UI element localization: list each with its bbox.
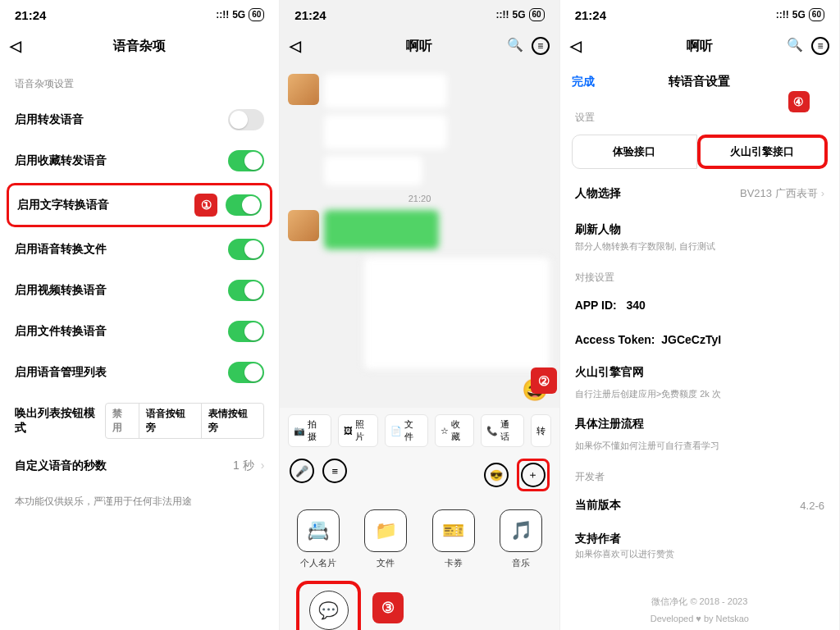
tb-photo[interactable]: 🖼 照片 bbox=[338, 414, 378, 447]
seconds-value: 1 秒 › bbox=[233, 459, 264, 473]
row-seconds[interactable]: 自定义语音的秒数 1 秒 › bbox=[0, 449, 279, 483]
row-voice-to-file[interactable]: 启用语音转换文件 bbox=[0, 229, 279, 270]
row-voice-manage[interactable]: 启用语音管理列表 bbox=[0, 352, 279, 393]
refresh-note: 部分人物转换有字数限制, 自行测试 bbox=[560, 240, 839, 261]
signal-icon: ::!! bbox=[216, 9, 229, 21]
reg-note: 如果你不懂如何注册可自行查看学习 bbox=[560, 440, 839, 460]
row-token[interactable]: Access Token: JGCeCzTyI bbox=[560, 322, 839, 357]
attach-toolbar: 📷 拍摄 🖼 照片 📄 文件 ☆ 收藏 📞 通话 转 bbox=[280, 408, 559, 454]
tb-shoot[interactable]: 📷 拍摄 bbox=[288, 414, 331, 447]
grid-file[interactable]: 📁文件 bbox=[356, 509, 416, 569]
grid-music[interactable]: 🎵音乐 bbox=[491, 509, 551, 569]
search-icon[interactable]: 🔍 bbox=[507, 37, 523, 55]
tts-settings-panel: 21:24 ::!! 5G 60 ◁ 啊听 🔍 ≡ 完成 转语音设置 ④ 设置 … bbox=[560, 0, 840, 630]
grid-namecard[interactable]: 📇个人名片 bbox=[288, 509, 348, 569]
callout-badge-2: ② bbox=[531, 368, 557, 394]
seg-disabled[interactable]: 禁用 bbox=[105, 403, 139, 439]
back-icon[interactable]: ◁ bbox=[10, 37, 21, 55]
row-fav-forward-voice[interactable]: 启用收藏转发语音 bbox=[0, 140, 279, 181]
status-time: 21:24 bbox=[15, 8, 46, 22]
footer: 微信净化 © 2018 - 2023 Developed ♥ by Netska… bbox=[560, 568, 839, 630]
row-character[interactable]: 人物选择 BV213 广西表哥› bbox=[560, 176, 839, 212]
section-label: 语音杂项设置 bbox=[0, 62, 279, 99]
avatar[interactable] bbox=[288, 210, 319, 241]
toggle-fav-forward[interactable] bbox=[228, 150, 264, 171]
row-label: 启用转发语音 bbox=[15, 112, 84, 127]
row-file-to-voice[interactable]: 启用文件转换语音 bbox=[0, 311, 279, 352]
plus-icon[interactable]: ＋ bbox=[521, 463, 546, 487]
nav-bar: ◁ 语音杂项 bbox=[0, 30, 279, 62]
message-in[interactable] bbox=[288, 156, 550, 187]
chat-area[interactable]: 21:20 😄 bbox=[280, 62, 559, 408]
menu-icon[interactable]: ≡ bbox=[532, 37, 550, 55]
toggle-forward-voice[interactable] bbox=[228, 109, 264, 130]
engine-segmented[interactable]: 体验接口 火山引擎接口 bbox=[572, 135, 828, 169]
version-label: 当前版本 bbox=[575, 498, 621, 513]
grid-tts-settings[interactable]: 💬 转语音设置 bbox=[296, 581, 361, 630]
callout-badge-4: ④ bbox=[788, 91, 810, 112]
back-icon[interactable]: ◁ bbox=[570, 37, 582, 55]
battery-icon: 60 bbox=[529, 8, 545, 21]
token-label: Access Token: bbox=[575, 333, 655, 346]
toggle-text-to-voice[interactable] bbox=[226, 194, 262, 216]
toggle-voice-to-file[interactable] bbox=[228, 239, 264, 260]
toggle-voice-manage[interactable] bbox=[228, 362, 264, 383]
avatar[interactable] bbox=[288, 74, 319, 105]
version-value: 4.2-6 bbox=[800, 500, 824, 512]
list-icon[interactable]: ≡ bbox=[322, 459, 347, 483]
status-bar: 21:24 ::!! 5G 60 bbox=[0, 0, 279, 30]
row-refresh[interactable]: 刷新人物 bbox=[560, 212, 839, 240]
message-out[interactable] bbox=[288, 256, 550, 371]
tb-more[interactable]: 转 bbox=[531, 414, 551, 447]
row-label: 人物选择 bbox=[575, 186, 621, 201]
seg-volcano[interactable]: 火山引擎接口 bbox=[697, 135, 828, 169]
toggle-file-to-voice[interactable] bbox=[228, 321, 264, 342]
row-forward-voice[interactable]: 启用转发语音 bbox=[0, 99, 279, 140]
page-title: 语音杂项 bbox=[113, 38, 166, 55]
folder-icon: 📁 bbox=[364, 509, 407, 552]
row-label: 启用视频转换语音 bbox=[15, 283, 107, 298]
coupon-icon: 🎫 bbox=[432, 509, 475, 552]
row-register-flow[interactable]: 具体注册流程 bbox=[560, 409, 839, 440]
status-bar: 21:24 ::!! 5G 60 bbox=[280, 0, 559, 30]
seg-voice-side[interactable]: 语音按钮旁 bbox=[139, 403, 202, 439]
chevron-right-icon: › bbox=[821, 187, 824, 199]
voice-bubble[interactable] bbox=[324, 210, 439, 249]
row-video-to-voice[interactable]: 启用视频转换语音 bbox=[0, 270, 279, 311]
network-label: 5G bbox=[792, 9, 806, 21]
section-label: 开发者 bbox=[560, 460, 839, 487]
row-official-site[interactable]: 火山引擎官网 bbox=[560, 357, 839, 388]
voice-icon[interactable]: 🎤 bbox=[290, 459, 314, 483]
input-icon-row: 🎤 ≡ 😎 ＋ bbox=[280, 454, 559, 496]
menu-icon[interactable]: ≡ bbox=[811, 37, 829, 55]
grid-card[interactable]: 🎫卡券 bbox=[423, 509, 483, 569]
battery-icon: 60 bbox=[249, 8, 264, 21]
seg-trial[interactable]: 体验接口 bbox=[572, 135, 697, 169]
row-button-mode: 唤出列表按钮模式 禁用 语音按钮旁 表情按钮旁 bbox=[0, 393, 279, 449]
seg-emoji-side[interactable]: 表情按钮旁 bbox=[201, 403, 264, 439]
tb-file[interactable]: 📄 文件 bbox=[385, 414, 427, 447]
toggle-video-to-voice[interactable] bbox=[228, 280, 264, 301]
row-label: 启用语音转换文件 bbox=[15, 242, 107, 257]
chevron-right-icon: › bbox=[261, 459, 265, 472]
tb-call[interactable]: 📞 通话 bbox=[481, 414, 523, 447]
done-button[interactable]: 完成 bbox=[572, 75, 595, 89]
message-in[interactable] bbox=[288, 115, 550, 149]
search-icon[interactable]: 🔍 bbox=[787, 37, 803, 55]
message-in[interactable] bbox=[288, 210, 550, 249]
emoji-icon[interactable]: 😎 bbox=[484, 463, 509, 487]
row-support[interactable]: 支持作者 bbox=[560, 523, 839, 548]
mode-segmented[interactable]: 禁用 语音按钮旁 表情按钮旁 bbox=[106, 403, 264, 439]
signal-icon: ::!! bbox=[496, 9, 509, 21]
message-in[interactable] bbox=[288, 74, 550, 108]
row-text-to-voice[interactable]: 启用文字转换语音 ① bbox=[7, 183, 272, 227]
image-bubble[interactable] bbox=[363, 256, 551, 371]
back-icon[interactable]: ◁ bbox=[290, 37, 301, 55]
tb-fav[interactable]: ☆ 收藏 bbox=[435, 414, 475, 447]
segment-wrapper: ④ 设置 体验接口 火山引擎接口 bbox=[560, 101, 839, 169]
token-value: JGCeCzTyI bbox=[661, 333, 721, 346]
nav-bar: ◁ 啊听 🔍 ≡ bbox=[280, 30, 559, 62]
row-appid[interactable]: APP ID: 340 bbox=[560, 288, 839, 322]
nav-bar: ◁ 啊听 🔍 ≡ bbox=[560, 30, 839, 62]
row-label: 自定义语音的秒数 bbox=[15, 459, 107, 473]
